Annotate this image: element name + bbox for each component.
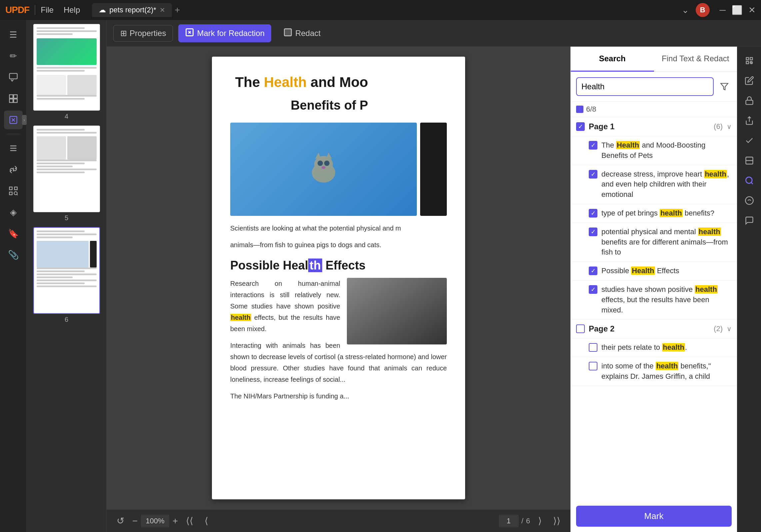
result-2-1[interactable]: their pets relate to health. [571, 338, 737, 357]
sidebar-item-redact[interactable]: › [4, 111, 23, 129]
mark-button[interactable]: Mark [576, 506, 732, 527]
close-button[interactable]: ✕ [748, 5, 756, 15]
result-2-2[interactable]: into some of the health benefits," expla… [571, 357, 737, 386]
next-button[interactable]: ⟩ [535, 513, 545, 528]
pdf-body-nihmars: The NIH/Mars Partnership is funding a... [230, 390, 447, 402]
right-ai-icon[interactable] [741, 192, 758, 209]
zoom-out-button[interactable]: − [132, 516, 138, 526]
search-page-header-2[interactable]: Page 2 (2) ∨ [571, 319, 737, 338]
tab-find-redact[interactable]: Find Text & Redact [654, 47, 737, 72]
thumbnail-4[interactable]: 4 [30, 24, 103, 120]
svg-marker-24 [721, 83, 728, 90]
search-filter-button[interactable] [717, 79, 732, 94]
result-1-5[interactable]: ✓ Possible Health Effects [571, 262, 737, 280]
page2-chevron[interactable]: ∨ [727, 325, 732, 333]
right-search-icon[interactable] [741, 172, 758, 189]
collapse-arrow[interactable]: › [22, 115, 27, 125]
page1-chevron[interactable]: ∨ [727, 123, 732, 131]
properties-button[interactable]: ⊞ Properties [113, 25, 173, 42]
result-1-3[interactable]: ✓ type of pet brings health benefits? [571, 204, 737, 223]
count-icon [576, 106, 583, 113]
menu-file[interactable]: File [41, 5, 54, 15]
result-2-2-checkbox[interactable] [589, 362, 597, 370]
sidebar-item-comment[interactable] [4, 68, 23, 87]
result-2-2-text: into some of the health benefits," expla… [601, 361, 732, 382]
page-input-row: / 6 [499, 515, 530, 527]
zoom-in-button[interactable]: + [173, 516, 178, 526]
zoom-level[interactable]: 100% [141, 515, 169, 527]
page2-checkbox[interactable] [576, 324, 585, 333]
result-1-2-match: health [704, 170, 727, 178]
svg-line-35 [751, 182, 753, 184]
result-1-3-checkbox[interactable]: ✓ [589, 209, 597, 218]
sidebar-item-ocr[interactable] [4, 182, 23, 200]
page2-label: Page 2 [589, 324, 710, 333]
page1-checkbox[interactable]: ✓ [576, 122, 585, 131]
svg-rect-1 [9, 95, 13, 98]
svg-rect-8 [9, 187, 12, 190]
thumbnail-5[interactable]: 5 [30, 126, 103, 222]
mark-for-redaction-button[interactable]: Mark for Redaction [178, 24, 271, 42]
result-1-2-checkbox[interactable]: ✓ [589, 170, 597, 179]
tab-close-button[interactable]: ✕ [160, 6, 165, 14]
result-1-4-checkbox[interactable]: ✓ [589, 228, 597, 236]
next-next-button[interactable]: ⟩⟩ [550, 513, 564, 528]
sidebar-item-attachment[interactable]: 📎 [4, 246, 23, 264]
result-1-4[interactable]: ✓ potential physical and mental health b… [571, 223, 737, 262]
rotate-left-button[interactable]: ↺ [113, 513, 128, 528]
result-1-6-checkbox[interactable]: ✓ [589, 285, 597, 294]
result-1-2[interactable]: ✓ decrease stress, improve heart health,… [571, 165, 737, 204]
chevron-down-icon[interactable]: ⌄ [682, 5, 689, 15]
avatar[interactable]: B [696, 3, 710, 17]
svg-rect-26 [750, 58, 752, 60]
result-1-1-match: Health [616, 141, 640, 149]
right-ocr-icon[interactable] [741, 52, 758, 69]
menu-help[interactable]: Help [64, 5, 80, 15]
result-1-6[interactable]: ✓ studies have shown positive health eff… [571, 280, 737, 319]
sidebar-item-edit[interactable]: ✏ [4, 47, 23, 65]
result-1-6-text: studies have shown positive health effec… [601, 284, 732, 315]
sidebar-item-organize[interactable] [4, 139, 23, 158]
result-1-5-match: Health [631, 266, 655, 275]
right-edit-icon[interactable] [741, 72, 758, 89]
search-input[interactable] [576, 77, 714, 96]
right-scan-icon[interactable] [741, 152, 758, 169]
page2-count: (2) [714, 324, 723, 333]
search-page-header-1[interactable]: ✓ Page 1 (6) ∨ [571, 117, 737, 136]
minimize-button[interactable]: ─ [720, 5, 726, 15]
sidebar-item-layout[interactable] [4, 89, 23, 108]
right-sidebar [737, 47, 761, 532]
pdf-section-title: Possible Health Effects [230, 259, 447, 272]
pdf-image-row [230, 123, 447, 216]
pdf-search-row: The Health and Mood-Boosting Benefits of… [107, 47, 761, 532]
svg-rect-27 [746, 61, 748, 64]
right-lock-icon[interactable] [741, 92, 758, 109]
tab-add-button[interactable]: + [175, 5, 180, 15]
right-chat-icon[interactable] [741, 212, 758, 229]
titlebar-divider [35, 5, 35, 15]
active-tab[interactable]: ☁ pets report(2)* ✕ [92, 3, 172, 17]
sidebar-item-layers[interactable]: ◈ [4, 203, 23, 222]
right-check-icon[interactable] [741, 132, 758, 149]
result-1-1[interactable]: ✓ The Health and Mood-Boosting Benefits … [571, 136, 737, 165]
result-2-1-checkbox[interactable] [589, 343, 597, 352]
sidebar-item-convert[interactable] [4, 160, 23, 179]
tab-search[interactable]: Search [571, 47, 654, 72]
result-1-1-checkbox[interactable]: ✓ [589, 141, 597, 150]
search-input-row [571, 72, 737, 102]
result-1-5-text: Possible Health Effects [601, 266, 679, 276]
maximize-button[interactable]: ⬜ [732, 5, 742, 15]
window-controls: ─ ⬜ ✕ [720, 5, 756, 15]
prev-prev-button[interactable]: ⟨⟨ [183, 513, 197, 528]
svg-rect-10 [9, 192, 12, 195]
sidebar-item-document[interactable]: ☰ [4, 25, 23, 44]
prev-button[interactable]: ⟨ [201, 513, 212, 528]
right-share-icon[interactable] [741, 112, 758, 129]
result-1-5-checkbox[interactable]: ✓ [589, 266, 597, 275]
redact-button[interactable]: Redact [277, 24, 327, 42]
svg-point-21 [318, 161, 323, 166]
page-input[interactable] [499, 515, 519, 527]
sidebar-item-bookmark[interactable]: 🔖 [4, 224, 23, 243]
thumbnail-6[interactable]: 6 [30, 227, 103, 323]
titlebar-menu: File Help [41, 5, 80, 15]
